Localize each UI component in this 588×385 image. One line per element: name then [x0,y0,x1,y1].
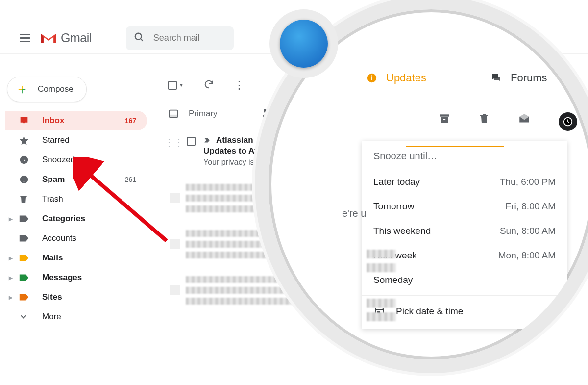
svg-rect-15 [440,114,449,116]
sidebar-item-snoozed[interactable]: Snoozed [5,150,147,170]
sidebar-item-trash[interactable]: Trash [5,189,147,209]
forums-icon [490,72,502,84]
refresh-icon[interactable] [203,79,214,92]
svg-point-14 [371,75,373,77]
svg-rect-8 [170,115,178,117]
snooze-icon[interactable] [559,112,577,131]
mark-read-icon[interactable] [517,112,531,131]
snooze-option-label: Later today [373,177,420,187]
spam-icon [19,174,31,185]
zoom-tabs: Updates Forums [313,63,587,93]
sidebar: ＋ Compose Inbox167StarredSnoozedSpam261T… [5,77,147,327]
svg-point-0 [135,33,142,39]
magnifier-callout: Updates Forums [255,0,588,373]
sidebar-item-label: Inbox [42,116,64,126]
snooze-option-time: Fri, 8:00 AM [506,201,556,212]
snooze-menu-title: Snooze until… [362,151,567,170]
sidebar-item-label: Categories [42,214,85,224]
sidebar-item-label: Messages [42,273,82,282]
clock-icon [19,154,31,165]
email-sender: Atlassian [216,135,253,145]
sidebar-item-label: Snoozed [42,155,75,165]
sidebar-item-label: Accounts [42,233,76,243]
menu-icon[interactable] [14,26,36,50]
label-deeporange [19,293,31,302]
email-fragment: e're u [342,208,366,219]
sidebar-item-more[interactable]: More [5,307,147,327]
chevron-right-icon: ▶ [9,216,13,222]
search-input[interactable] [153,33,226,43]
sidebar-item-categories[interactable]: ▶Categories [5,209,147,229]
snooze-option[interactable]: TomorrowFri, 8:00 AM [362,194,567,219]
brand[interactable]: Gmail [40,31,92,45]
more-icon[interactable]: ⋮ [234,79,245,92]
svg-point-5 [24,181,24,182]
plus-icon: ＋ [15,80,29,99]
archive-icon[interactable] [438,112,451,131]
snooze-option[interactable]: Later todayThu, 6:00 PM [362,170,567,194]
redacted-fragment [367,294,396,326]
sidebar-item-inbox[interactable]: Inbox167 [5,111,147,130]
tab-primary[interactable]: Primary [168,108,218,119]
sidebar-item-messages[interactable]: ▶Messages [5,268,147,287]
compose-button[interactable]: ＋ Compose [7,77,87,102]
search-box[interactable] [126,26,234,50]
redacted-fragment [367,245,396,277]
important-icon [203,136,212,145]
label-orange [19,254,31,262]
chevron-right-icon: ▶ [9,275,13,281]
svg-rect-16 [480,115,488,116]
callout-pointer [270,9,338,78]
snooze-option-time: Sun, 8:00 AM [500,226,556,236]
search-icon [134,32,145,45]
sidebar-item-label: Starred [42,135,70,145]
tab-underline [406,146,504,147]
sidebar-item-count: 261 [125,176,136,183]
tab-primary-label: Primary [189,109,218,119]
sidebar-item-label: More [42,312,61,322]
sidebar-item-sites[interactable]: ▶Sites [5,287,147,307]
brand-name: Gmail [61,31,92,45]
select-all-checkbox[interactable]: ▼ [168,81,184,90]
sidebar-item-label: Sites [42,292,62,302]
delete-icon[interactable] [478,112,490,131]
sidebar-item-starred[interactable]: Starred [5,130,147,150]
chevron-down [19,312,31,322]
chevron-right-icon: ▶ [9,256,13,261]
star-icon [19,135,31,146]
email-checkbox[interactable] [187,137,196,146]
sidebar-item-label: Trash [42,194,63,204]
drag-handle-icon[interactable]: ⋮⋮ [164,136,184,148]
gmail-logo-icon [40,32,57,45]
label-grey [19,234,31,243]
svg-line-1 [141,38,143,41]
sidebar-item-accounts[interactable]: Accounts [5,229,147,248]
snooze-option[interactable]: This weekendSun, 8:00 AM [362,219,567,243]
sidebar-item-label: Spam [42,175,65,184]
svg-rect-6 [20,196,26,197]
info-icon [367,73,377,83]
sidebar-item-label: Mails [42,253,63,263]
hover-actions [313,112,577,131]
svg-rect-17 [483,114,486,115]
sidebar-item-spam[interactable]: Spam261 [5,170,147,189]
inbox-icon [19,115,31,126]
snooze-option-time: Mon, 8:00 AM [498,250,556,261]
snooze-option-time: Thu, 6:00 PM [500,177,556,187]
label-grey [19,214,31,223]
trash-icon [19,194,31,205]
label-green [19,273,31,282]
snooze-option-label: This weekend [373,226,431,236]
sidebar-item-mails[interactable]: ▶Mails [5,248,147,268]
snooze-option-label: Tomorrow [373,201,414,212]
sidebar-item-count: 167 [125,117,136,125]
svg-rect-4 [24,177,24,180]
zoom-tab-forums[interactable]: Forums [490,72,547,84]
svg-rect-13 [371,77,372,80]
zoom-tab-updates[interactable]: Updates [367,72,426,84]
chevron-right-icon: ▶ [9,295,13,300]
compose-label: Compose [38,84,74,94]
